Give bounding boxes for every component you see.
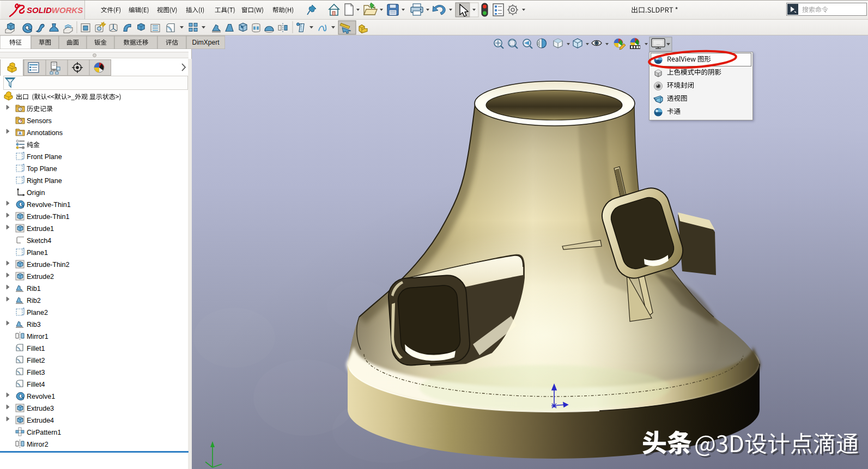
svg-text:Rib2: Rib2	[27, 297, 41, 304]
svg-text:Revolve-Thin1: Revolve-Thin1	[27, 201, 71, 209]
svg-text:Fillet4: Fillet4	[27, 381, 45, 388]
svg-text:Fillet3: Fillet3	[27, 369, 45, 376]
svg-text:Rib3: Rib3	[27, 321, 41, 328]
svg-text:CirPattern1: CirPattern1	[27, 429, 61, 436]
svg-text:Mirror2: Mirror2	[27, 441, 48, 448]
svg-text:Right Plane: Right Plane	[27, 177, 62, 185]
svg-text:Extrude-Thin2: Extrude-Thin2	[27, 261, 70, 269]
svg-text:Extrude3: Extrude3	[27, 405, 54, 412]
svg-text:Fillet1: Fillet1	[27, 345, 45, 352]
svg-text:Top Plane: Top Plane	[27, 165, 57, 173]
svg-text:Plane2: Plane2	[27, 309, 48, 316]
svg-text:Extrude-Thin1: Extrude-Thin1	[27, 213, 70, 221]
svg-text:A: A	[19, 131, 21, 135]
svg-text:Extrude4: Extrude4	[27, 417, 54, 424]
svg-text:Plane1: Plane1	[27, 249, 48, 257]
svg-text:Extrude1: Extrude1	[27, 225, 54, 233]
svg-text:Mirror1: Mirror1	[27, 333, 48, 340]
svg-text:Sensors: Sensors	[27, 117, 52, 125]
svg-text:Fillet2: Fillet2	[27, 357, 45, 364]
svg-text:Rib1: Rib1	[27, 285, 41, 293]
svg-text:Revolve1: Revolve1	[27, 393, 55, 400]
svg-text:DimXpert: DimXpert	[192, 39, 220, 46]
svg-text:Extrude2: Extrude2	[27, 273, 54, 281]
svg-text:Sketch4: Sketch4	[27, 237, 51, 245]
svg-text:Annotations: Annotations	[27, 129, 63, 137]
svg-text:Origin: Origin	[27, 189, 45, 197]
svg-text:Front Plane: Front Plane	[27, 153, 62, 161]
